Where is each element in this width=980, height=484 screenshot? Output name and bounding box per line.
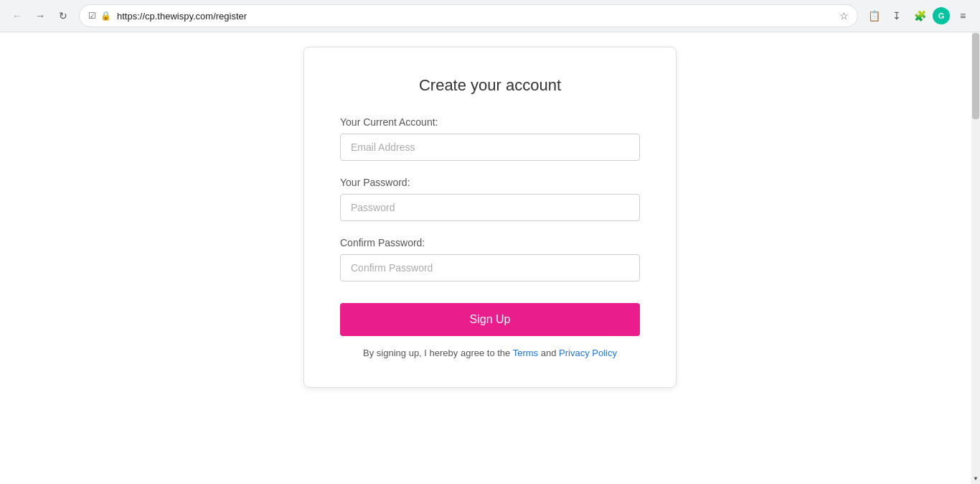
register-card: Create your account Your Current Account… [303,47,677,388]
signup-button[interactable]: Sign Up [340,303,640,336]
email-group: Your Current Account: [340,116,640,161]
confirm-password-group: Confirm Password: [340,237,640,281]
confirm-password-label: Confirm Password: [340,237,640,248]
browser-toolbar: ← → ↻ ☑ 🔒 https://cp.thewispy.com/regist… [0,0,980,32]
more-options-button[interactable]: ≡ [953,6,973,26]
url-input[interactable]: https://cp.thewispy.com/register [117,11,834,22]
back-button[interactable]: ← [7,6,27,26]
terms-text: By signing up, I hereby agree to the Ter… [340,348,640,358]
page-title: Create your account [340,76,640,95]
scrollbar-thumb[interactable] [972,33,979,119]
security-icons: ☑ 🔒 [88,11,111,21]
confirm-password-input[interactable] [340,254,640,281]
address-bar[interactable]: ☑ 🔒 https://cp.thewispy.com/register ☆ [79,4,858,27]
nav-buttons: ← → ↻ [7,6,73,26]
scrollbar-track: ▲ ▼ [971,32,980,484]
terms-middle: and [541,348,559,358]
password-input[interactable] [340,194,640,221]
terms-link[interactable]: Terms [513,348,538,358]
privacy-link[interactable]: Privacy Policy [559,348,617,358]
shield-icon: ☑ [88,11,96,21]
password-group: Your Password: [340,177,640,221]
email-label: Your Current Account: [340,116,640,128]
lock-icon: 🔒 [100,11,111,21]
forward-button[interactable]: → [30,6,50,26]
extensions-button[interactable]: 🧩 [910,6,930,26]
scroll-down-button[interactable]: ▼ [971,473,980,484]
page-content: Create your account Your Current Account… [0,32,980,484]
toolbar-right: 📋 ↧ 🧩 G ≡ [864,6,973,26]
reading-list-button[interactable]: 📋 [864,6,884,26]
reload-button[interactable]: ↻ [53,6,73,26]
email-input[interactable] [340,134,640,161]
terms-prefix: By signing up, I hereby agree to the [363,348,513,358]
profile-avatar[interactable]: G [933,7,950,24]
bookmark-icon[interactable]: ☆ [839,10,849,22]
download-button[interactable]: ↧ [887,6,907,26]
password-label: Your Password: [340,177,640,188]
